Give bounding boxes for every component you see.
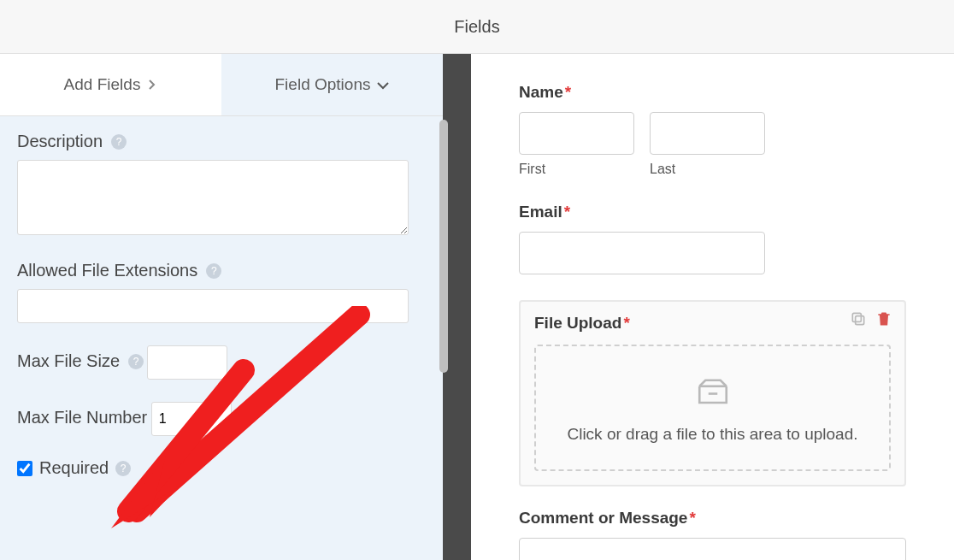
required-checkbox[interactable] <box>17 461 32 476</box>
duplicate-icon[interactable] <box>850 310 867 331</box>
left-panel: Add Fields Field Options Description ? <box>0 54 443 560</box>
name-sublabels: First Last <box>519 162 906 177</box>
file-upload-label: File Upload* <box>534 314 891 333</box>
file-dropzone[interactable]: Click or drag a file to this area to upl… <box>534 345 891 471</box>
required-asterisk: * <box>565 83 571 101</box>
help-icon[interactable]: ? <box>111 134 127 150</box>
help-icon[interactable]: ? <box>206 263 221 279</box>
form-preview: Name* First Last Email* File Uploa <box>471 54 954 560</box>
chevron-down-icon <box>377 75 389 94</box>
required-label: Required <box>39 458 109 478</box>
tab-add-fields[interactable]: Add Fields <box>0 54 221 115</box>
field-actions <box>850 310 892 331</box>
chevron-right-icon <box>147 75 157 94</box>
help-icon[interactable]: ? <box>128 354 144 369</box>
email-field-label: Email* <box>519 203 906 221</box>
scrollbar[interactable] <box>439 120 448 373</box>
description-block: Description ? <box>17 132 426 239</box>
upload-box-icon <box>695 373 731 413</box>
file-dropzone-hint: Click or drag a file to this area to upl… <box>567 425 857 444</box>
last-sublabel: Last <box>650 162 765 177</box>
svg-rect-0 <box>856 316 864 325</box>
tab-add-fields-label: Add Fields <box>64 75 141 94</box>
trash-icon[interactable] <box>875 310 892 331</box>
comment-field-label: Comment or Message* <box>519 509 906 528</box>
comment-input[interactable] <box>519 538 906 560</box>
page-title: Fields <box>454 17 499 37</box>
first-sublabel: First <box>519 162 634 177</box>
file-upload-field[interactable]: File Upload* Click or drag a file to thi… <box>519 300 906 486</box>
tab-field-options-label: Field Options <box>275 75 371 94</box>
page-header: Fields <box>0 0 954 54</box>
allowed-extensions-block: Allowed File Extensions ? <box>17 261 426 323</box>
name-row <box>519 112 906 155</box>
field-options-panel: Description ? Allowed File Extensions ? … <box>0 116 443 560</box>
required-asterisk: * <box>623 314 629 332</box>
required-row: Required ? <box>17 458 426 478</box>
tabs: Add Fields Field Options <box>0 54 443 116</box>
max-file-size-label: Max File Size <box>17 351 120 371</box>
description-textarea[interactable] <box>17 160 409 235</box>
svg-rect-1 <box>852 313 861 321</box>
max-file-number-block: Max File Number <box>17 402 426 436</box>
email-input[interactable] <box>519 232 765 274</box>
max-file-size-block: Max File Size ? <box>17 345 426 380</box>
max-file-number-label: Max File Number <box>17 408 147 427</box>
last-name-input[interactable] <box>650 112 765 155</box>
first-name-input[interactable] <box>519 112 634 155</box>
required-asterisk: * <box>689 509 695 527</box>
allowed-extensions-label: Allowed File Extensions <box>17 261 197 280</box>
body: Add Fields Field Options Description ? <box>0 54 954 560</box>
allowed-extensions-input[interactable] <box>17 289 409 323</box>
help-icon[interactable]: ? <box>115 461 131 476</box>
max-file-size-input[interactable] <box>147 345 227 380</box>
tab-field-options[interactable]: Field Options <box>221 54 443 115</box>
required-asterisk: * <box>564 203 570 221</box>
name-field-label: Name* <box>519 83 906 102</box>
description-label: Description <box>17 132 103 151</box>
max-file-number-input[interactable] <box>151 402 232 436</box>
